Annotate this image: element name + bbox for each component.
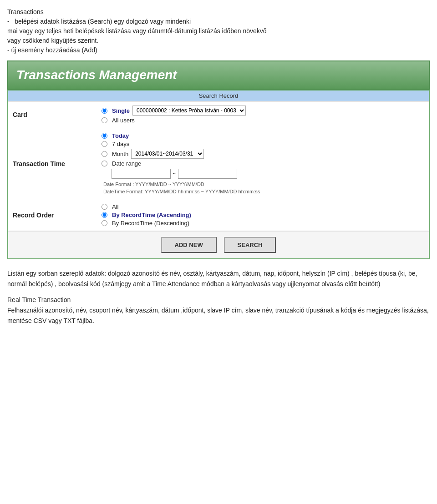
7days-label: 7 days [112,141,129,147]
month-dropdown[interactable]: 2014/03/01~2014/03/31 [131,149,204,159]
intro-line3: mai vagy egy teljes heti belépések listá… [7,26,430,36]
record-order-label: Record Order [8,199,97,231]
card-row: Card Single 0000000002 : Kettes Próba Is… [8,101,429,128]
single-radio[interactable] [102,108,107,114]
7days-radio-row: 7 days [102,141,424,147]
transaction-time-inputs: Today 7 days Month 2014/03/01~2014/03/31… [97,128,429,199]
all-label: All [112,203,118,210]
record-order-row: Record Order All By RecordTime (Ascendin… [8,199,429,231]
all-users-radio[interactable] [102,117,107,123]
today-radio-row: Today [102,132,424,139]
single-label: Single [112,107,130,114]
card-dropdown[interactable]: 0000000002 : Kettes Próba István - 0003 [132,106,246,116]
all-radio[interactable] [102,204,107,210]
all-radio-row: All [102,203,424,210]
ascending-radio-row: By RecordTime (Ascending) [102,212,424,218]
month-radio[interactable] [102,151,107,157]
date-format-hint1: Date Format : YYYY/MM/DD ~ YYYY/MM/DD [103,181,424,187]
transaction-time-row: Transaction Time Today 7 days Month 2014… [8,128,429,199]
intro-line1: Transactions [7,7,430,17]
tilde-separator: ~ [173,170,176,177]
date-to-input[interactable] [178,169,237,179]
record-order-inputs: All By RecordTime (Ascending) By RecordT… [97,199,429,231]
today-radio[interactable] [102,133,107,139]
button-row: ADD NEW SEARCH [8,231,429,258]
card-label: Card [8,101,97,128]
all-users-label: All users [112,117,135,124]
date-range-radio[interactable] [102,161,107,166]
intro-section: Transactions - belépési adatok listázása… [7,7,430,55]
ascending-radio[interactable] [102,212,107,218]
date-range-radio-row: Date range [102,160,424,167]
single-radio-row: Single 0000000002 : Kettes Próba István … [102,106,424,116]
card-inputs: Single 0000000002 : Kettes Próba István … [97,101,429,128]
month-label: Month [112,151,128,157]
today-label: Today [112,132,129,139]
bottom-para1: Listán egy sorban szereplő adatok: dolgo… [7,268,430,289]
page-title: Transactions Management [7,60,430,90]
all-users-radio-row: All users [102,117,424,124]
7days-radio[interactable] [102,141,107,147]
intro-line5: - új esemény hozzáadása (Add) [7,45,430,55]
bottom-para2-text: Real Time TransactionFelhasználói azonos… [7,296,429,324]
transaction-time-label: Transaction Time [8,128,97,199]
add-new-button[interactable]: ADD NEW [161,237,217,253]
descending-radio-row: By RecordTime (Descending) [102,220,424,227]
date-from-input[interactable] [112,169,171,179]
date-format-hint2: DateTime Format: YYYY/MM/DD hh:mm:ss ~ Y… [103,189,424,194]
bottom-section: Listán egy sorban szereplő adatok: dolgo… [7,268,430,326]
date-range-label: Date range [112,160,141,167]
search-button[interactable]: SEARCH [224,237,276,253]
ascending-label: By RecordTime (Ascending) [112,212,191,218]
form-table: Card Single 0000000002 : Kettes Próba Is… [8,101,429,231]
month-radio-row: Month 2014/03/01~2014/03/31 [102,149,424,159]
descending-radio[interactable] [102,220,107,226]
date-range-inputs: ~ [112,169,424,179]
intro-line2: - belépési adatok listázása (Search) egy… [7,17,430,26]
search-form: Search Record Card Single 0000000002 : K… [7,90,430,259]
intro-line4: vagy csökkenő kigyűjtés szerint. [7,36,430,45]
bottom-para2: Real Time TransactionFelhasználói azonos… [7,295,430,326]
descending-label: By RecordTime (Descending) [112,220,189,227]
form-title: Search Record [8,91,429,101]
